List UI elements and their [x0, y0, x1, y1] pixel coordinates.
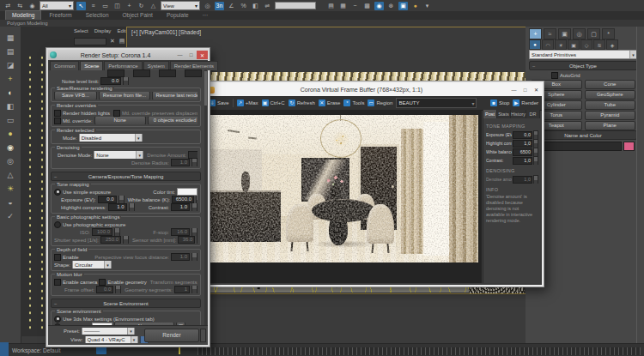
exposure-field[interactable]: 0.0: [98, 196, 117, 203]
mtl-override-checkbox[interactable]: [54, 118, 61, 124]
menu-display[interactable]: Display: [94, 28, 112, 33]
display-children-icon[interactable]: ▤: [4, 45, 16, 57]
use-3dsmax-settings-radio[interactable]: [54, 316, 61, 323]
noise-limit-field[interactable]: 0.0: [100, 77, 121, 85]
spinner[interactable]: [533, 148, 538, 156]
object-type-rollout[interactable]: − Object Type: [529, 61, 637, 70]
tube-button[interactable]: Tube: [585, 100, 636, 110]
plane-button[interactable]: Plane: [585, 121, 636, 130]
snaps-toggle-icon[interactable]: 3n: [215, 2, 224, 10]
render-selected-mode-dropdown[interactable]: Disabled ▾: [79, 134, 143, 142]
white-balance-field[interactable]: 6500: [513, 148, 532, 156]
contrast-field[interactable]: 1.0: [171, 203, 190, 211]
close-icon[interactable]: ✕: [197, 51, 208, 59]
vfb-render-button[interactable]: ▶ Render: [513, 100, 538, 106]
denoise-mode-dropdown[interactable]: None ▾: [94, 151, 143, 159]
camera-exposure-rollout[interactable]: Camera/Exposure/Tone Mapping: [51, 172, 201, 181]
spinner[interactable]: [123, 77, 129, 85]
tab-post[interactable]: Post: [483, 110, 497, 118]
vfb-max-button[interactable]: ↗ +Max: [237, 100, 258, 106]
selection-filter-dropdown[interactable]: All ▾: [39, 1, 74, 10]
white-balance-field[interactable]: 6500.0: [172, 196, 194, 203]
name-color-rollout[interactable]: − Name and Color: [529, 130, 637, 140]
workspace-dropdown[interactable]: Workspace: Default: [12, 347, 61, 353]
window-crossing-icon[interactable]: ◫: [112, 2, 122, 10]
resume-last-render-button[interactable]: Resume last render...: [152, 92, 197, 100]
cameras-toggle-icon[interactable]: ●: [4, 128, 16, 139]
angle-snap-icon[interactable]: ∠: [227, 2, 236, 10]
render-setup-title-bar[interactable]: Render Setup: Corona 1.4 — □ ✕: [48, 50, 208, 60]
vfb-refresh-button[interactable]: ↻ Refresh: [289, 100, 315, 106]
select-object-icon[interactable]: ↖: [76, 2, 86, 10]
hierarchy-tab-icon[interactable]: ▣: [558, 28, 571, 39]
maximize-icon[interactable]: □: [185, 51, 197, 59]
chevron-down-icon[interactable]: ▾: [422, 2, 432, 10]
clipped-field[interactable]: [133, 69, 150, 77]
groups-toggle-icon[interactable]: △: [4, 169, 16, 180]
cameras-category-icon[interactable]: ▣: [568, 39, 580, 50]
ribbon-tab-selection[interactable]: Selection: [80, 11, 115, 20]
cone-button[interactable]: Cone: [585, 80, 636, 89]
spinner[interactable]: [191, 203, 197, 211]
isolate-selection-icon[interactable]: [96, 347, 106, 354]
menu-select[interactable]: Select: [74, 28, 88, 33]
object-name-field[interactable]: [531, 142, 622, 151]
use-simple-exposure-radio[interactable]: [54, 189, 61, 196]
spacewarps-category-icon[interactable]: ≋: [593, 39, 605, 50]
clipped-field[interactable]: [159, 69, 176, 77]
helpers-toggle-icon[interactable]: ◉: [4, 142, 16, 153]
explorer-object-list[interactable]: [22, 52, 48, 331]
channel-dropdown[interactable]: BEAUTY ▾: [396, 98, 477, 108]
primitive-category-dropdown[interactable]: Standard Primitives ▾: [529, 50, 637, 59]
viewport-label[interactable]: [+] [VRayCam001] [Shaded]: [131, 29, 201, 35]
use-pivot-point-icon[interactable]: ◎: [203, 2, 212, 10]
resume-from-file-button[interactable]: Resume from file...: [99, 92, 150, 100]
color-tint-swatch[interactable]: [177, 188, 197, 196]
lights-toggle-icon[interactable]: ▭: [4, 114, 16, 125]
geosphere-button[interactable]: GeoSphere: [585, 90, 636, 100]
mirror-icon[interactable]: ◧: [251, 2, 260, 10]
motion-tab-icon[interactable]: ◎: [573, 28, 586, 39]
materials-toggle-icon[interactable]: ◒: [4, 196, 16, 208]
lights-category-icon[interactable]: ☀: [555, 39, 567, 50]
vfb-canvas[interactable]: [207, 110, 482, 283]
bind-to-space-warp-icon[interactable]: ◉: [27, 2, 37, 10]
vfb-copy-button[interactable]: ▣ Ctrl+C: [262, 100, 285, 106]
scrollbar[interactable]: [204, 69, 207, 326]
close-icon[interactable]: ✕: [531, 86, 542, 94]
maximize-icon[interactable]: □: [519, 86, 531, 94]
curve-editor-icon[interactable]: ~: [350, 2, 360, 10]
modify-tab-icon[interactable]: ≈: [544, 28, 556, 39]
shapes-category-icon[interactable]: ◠: [542, 39, 554, 50]
autogrid-checkbox[interactable]: [551, 72, 558, 79]
explorer-search-input[interactable]: [74, 38, 106, 45]
display-none-icon[interactable]: ▦: [4, 32, 16, 43]
schematic-view-icon[interactable]: ▩: [362, 2, 372, 10]
mtl-override-none-button[interactable]: None: [94, 117, 146, 124]
spinner[interactable]: [533, 156, 538, 165]
vfb-title-bar[interactable]: Corona Virtual Frame Buffer (768×432px, …: [205, 83, 542, 96]
geometry-category-icon[interactable]: ●: [529, 39, 541, 50]
objects-excluded-button[interactable]: 0 objects excluded: [148, 117, 197, 124]
scene-explorer-icon[interactable]: ▦: [338, 2, 348, 10]
vfb-stop-button[interactable]: ■ Stop: [490, 100, 509, 106]
systems-category-icon[interactable]: ◈: [606, 39, 618, 50]
select-and-scale-icon[interactable]: △: [149, 2, 158, 10]
helpers-category-icon[interactable]: ◇: [580, 39, 592, 50]
tab-history[interactable]: History: [511, 110, 526, 118]
view-dropdown[interactable]: Quad 4 - VRayC ▾: [85, 336, 138, 343]
xrefs-toggle-icon[interactable]: ☀: [4, 183, 16, 194]
vfb-region-button[interactable]: ▭ Region: [368, 100, 392, 106]
display-tab-icon[interactable]: ▢: [587, 28, 600, 39]
rectangular-selection-region-icon[interactable]: ▭: [100, 2, 110, 10]
vfb-tools-button[interactable]: * Tools: [343, 100, 364, 106]
render-setup-icon[interactable]: ⊛: [386, 2, 396, 10]
geometry-toggle-icon[interactable]: ◐: [4, 87, 16, 98]
minimize-icon[interactable]: —: [174, 51, 185, 59]
tab-dr[interactable]: DR: [526, 110, 540, 118]
ribbon-tab-populate[interactable]: Populate: [161, 11, 195, 20]
contrast-field[interactable]: 1,0: [513, 157, 532, 165]
ribbon-overflow-icon[interactable]: ⋯: [197, 11, 215, 20]
clipped-field[interactable]: [185, 69, 202, 77]
named-selection-input[interactable]: [275, 2, 316, 9]
